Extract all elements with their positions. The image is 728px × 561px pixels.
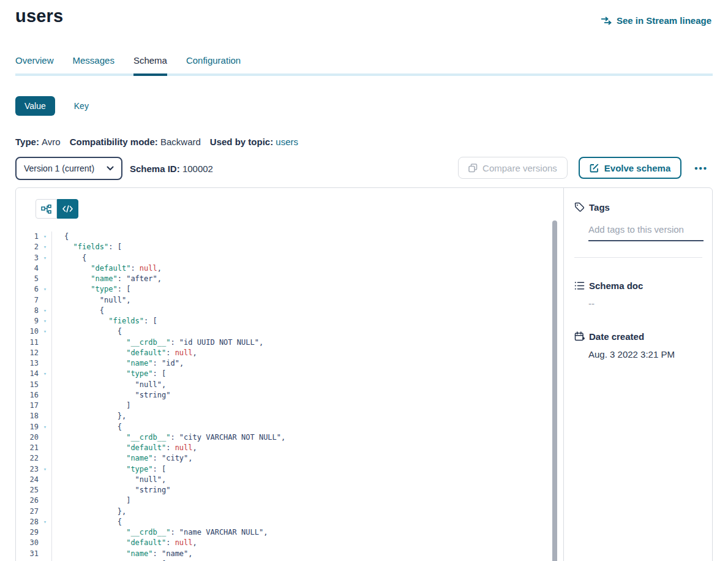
code-line: 25 "string" — [16, 485, 563, 495]
line-number: 9 — [16, 316, 39, 326]
fold-toggle-icon[interactable]: ▾ — [39, 253, 51, 263]
code-line-text: "string" — [51, 485, 170, 495]
tags-section-header: Tags — [574, 202, 702, 213]
fold-toggle-icon[interactable]: ▾ — [39, 464, 51, 475]
fold-toggle-icon[interactable]: ▾ — [39, 517, 51, 527]
edit-pencil-icon — [590, 163, 599, 173]
fold-gutter — [39, 390, 51, 401]
schema-meta-row: Type: AvroCompatibility mode: BackwardUs… — [15, 137, 713, 147]
doc-list-icon — [574, 281, 585, 290]
tags-input-wrap — [588, 213, 702, 241]
schema-doc-section: Schema doc -- — [574, 280, 702, 309]
schema-code-area: 1▾{2▾ "fields": [3▾ {4 "default": null,5… — [16, 188, 563, 561]
key-toggle-button[interactable]: Key — [70, 100, 92, 111]
line-number: 2 — [16, 242, 39, 252]
code-line-text: "type": [ — [51, 464, 166, 475]
line-number: 29 — [16, 527, 39, 538]
code-line-text: { — [51, 253, 86, 263]
add-tags-input[interactable] — [588, 224, 704, 241]
fold-toggle-icon[interactable]: ▾ — [39, 326, 51, 337]
fold-toggle-icon[interactable]: ▾ — [39, 369, 51, 379]
fold-toggle-icon[interactable]: ▾ — [39, 306, 51, 316]
fold-gutter — [39, 527, 51, 538]
code-line: 12 "default": null, — [16, 348, 563, 358]
version-bar: Version 1 (current) Schema ID: 100002 Co… — [15, 157, 713, 180]
fold-gutter — [39, 295, 51, 306]
date-created-value: Aug. 3 2022 3:21 PM — [588, 349, 702, 360]
tags-title: Tags — [589, 202, 610, 213]
code-view-button[interactable] — [57, 199, 78, 219]
value-toggle-button[interactable]: Value — [15, 96, 55, 116]
schema-code-editor[interactable]: 1▾{2▾ "fields": [3▾ {4 "default": null,5… — [16, 232, 563, 561]
code-line: 29 "__crdb__": "name VARCHAR NULL", — [16, 527, 563, 538]
code-line-text: "null", — [51, 475, 166, 485]
compare-copy-icon — [468, 164, 478, 173]
stream-lineage-icon — [601, 16, 612, 26]
date-created-section: Date created Aug. 3 2022 3:21 PM — [574, 331, 702, 360]
fold-toggle-icon[interactable]: ▾ — [39, 316, 51, 326]
meta-label: Type: — [15, 137, 42, 147]
line-number: 19 — [16, 422, 39, 432]
version-select-value: Version 1 (current) — [24, 164, 94, 173]
code-line-text: "string" — [51, 390, 170, 401]
code-line: 9▾ "fields": [ — [16, 316, 563, 326]
meta-value-link[interactable]: users — [276, 137, 298, 147]
code-line-text: "null", — [51, 380, 166, 390]
line-number: 8 — [16, 306, 39, 316]
code-line-text: "default": null, — [51, 263, 162, 274]
line-number: 5 — [16, 274, 39, 284]
code-line: 14▾ "type": [ — [16, 369, 563, 379]
fold-gutter — [39, 411, 51, 421]
tab-overview[interactable]: Overview — [15, 55, 54, 73]
code-line-text: "name": "city", — [51, 453, 193, 464]
code-line-text: }, — [51, 411, 126, 421]
fold-gutter — [39, 380, 51, 390]
version-actions: Compare versions Evolve schema ••• — [458, 157, 711, 179]
meta-item: Used by topic: users — [210, 137, 298, 147]
schema-side-panel: Tags Schema doc — [563, 188, 712, 561]
code-line-text: { — [51, 517, 122, 527]
fold-gutter — [39, 506, 51, 517]
fold-gutter — [39, 538, 51, 548]
code-line: 17 ] — [16, 401, 563, 411]
tree-view-button[interactable] — [36, 199, 57, 219]
line-number: 20 — [16, 432, 39, 443]
tag-icon — [574, 202, 585, 213]
meta-value: Backward — [160, 137, 201, 147]
code-line: 2▾ "fields": [ — [16, 242, 563, 252]
tab-schema[interactable]: Schema — [133, 55, 167, 73]
meta-value: Avro — [42, 137, 61, 147]
fold-toggle-icon[interactable]: ▾ — [39, 284, 51, 295]
code-line-text: ] — [51, 495, 130, 506]
see-in-stream-lineage-link[interactable]: See in Stream lineage — [601, 15, 711, 26]
code-line: 13 "name": "id", — [16, 358, 563, 369]
code-line-text: "fields": [ — [51, 316, 157, 326]
schema-page: users See in Stream lineage OverviewMess… — [0, 6, 728, 561]
line-number: 28 — [16, 517, 39, 527]
line-number: 27 — [16, 506, 39, 517]
code-line: 27 }, — [16, 506, 563, 517]
line-number: 11 — [16, 337, 39, 348]
fold-toggle-icon[interactable]: ▾ — [39, 242, 51, 252]
fold-toggle-icon[interactable]: ▾ — [39, 232, 51, 242]
line-number: 6 — [16, 284, 39, 295]
more-options-button[interactable]: ••• — [691, 162, 711, 174]
schema-id-value: 100002 — [182, 164, 213, 174]
fold-gutter — [39, 432, 51, 443]
compare-versions-button[interactable]: Compare versions — [458, 157, 568, 179]
tab-configuration[interactable]: Configuration — [186, 55, 241, 73]
code-view-icon — [62, 205, 73, 213]
code-scrollbar[interactable] — [552, 220, 557, 561]
code-line: 6▾ "type": [ — [16, 284, 563, 295]
code-line: 22 "name": "city", — [16, 453, 563, 464]
fold-toggle-icon[interactable]: ▾ — [39, 422, 51, 432]
evolve-schema-button[interactable]: Evolve schema — [579, 157, 681, 179]
version-select[interactable]: Version 1 (current) — [15, 157, 122, 180]
see-in-stream-lineage-label: See in Stream lineage — [617, 15, 711, 26]
tab-messages[interactable]: Messages — [73, 55, 114, 73]
meta-item: Type: Avro — [15, 137, 61, 147]
tab-bar: OverviewMessagesSchemaConfiguration — [15, 55, 713, 73]
fold-gutter — [39, 401, 51, 411]
code-line-text: "__crdb__": "id UUID NOT NULL", — [51, 337, 263, 348]
line-number: 14 — [16, 369, 39, 379]
